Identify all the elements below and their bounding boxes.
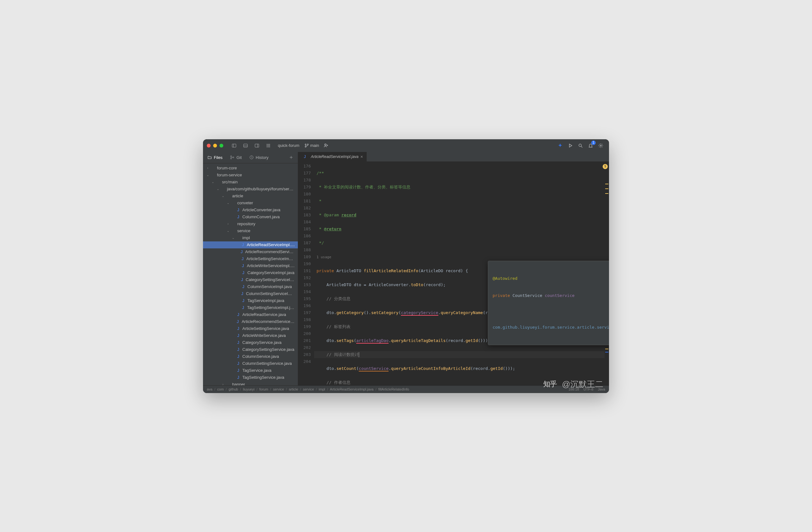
- breadcrumb-segment[interactable]: article: [289, 387, 298, 391]
- breadcrumb[interactable]: ava/com/github/liuyueyi/forum/service/ar…: [207, 387, 409, 391]
- folder-icon: [207, 155, 212, 160]
- tree-item-label: ArticleRecommendServiceImpl.java: [245, 249, 295, 254]
- file-tree-folder[interactable]: ⌄article: [203, 192, 298, 200]
- file-tree-folder[interactable]: ⌄impl: [203, 234, 298, 241]
- svg-point-7: [268, 144, 269, 145]
- file-tree-folder[interactable]: ⌄java/com/github/liuyueyi/forum/service: [203, 186, 298, 192]
- file-tree-folder[interactable]: ⌄service: [203, 228, 298, 234]
- tree-item-label: repository: [237, 221, 255, 226]
- file-tree-file[interactable]: JTagSettingServiceImpl.java: [203, 304, 298, 311]
- file-tree-file[interactable]: JArticleReadServiceImpl.java: [203, 241, 298, 248]
- ide-window: quick-forum main 1 Files: [203, 139, 609, 393]
- svg-point-21: [579, 144, 581, 146]
- file-tree-file[interactable]: JArticleRecommendService.java: [203, 318, 298, 325]
- code-editor[interactable]: 1761771781791801811821831841851861871881…: [298, 161, 609, 386]
- file-tree-file[interactable]: JColumnService.java: [203, 353, 298, 360]
- file-tree-file[interactable]: JColumnSettingServiceImpl.java: [203, 290, 298, 297]
- panel-right-icon[interactable]: [252, 141, 261, 150]
- file-tree-file[interactable]: JArticleSettingService.java: [203, 325, 298, 332]
- apps-icon[interactable]: [264, 141, 273, 150]
- java-file-icon: J: [235, 354, 241, 359]
- editor-area: J ArticleReadServiceImpl.java × 17617717…: [298, 152, 609, 386]
- file-tree-file[interactable]: JCategoryService.java: [203, 339, 298, 346]
- tab-history[interactable]: History: [247, 154, 270, 161]
- tab-git-label: Git: [236, 155, 242, 160]
- run-icon[interactable]: [566, 141, 575, 150]
- file-tree-folder[interactable]: ⌄conveter: [203, 200, 298, 206]
- file-language[interactable]: Java: [598, 387, 605, 391]
- file-tree-file[interactable]: JArticleWriteService.java: [203, 332, 298, 339]
- tab-git[interactable]: Git: [228, 154, 244, 161]
- tree-item-label: ArticleConverter.java: [242, 207, 280, 212]
- java-file-icon: J: [302, 155, 308, 159]
- tree-item-label: ColumnSettingServiceImpl.java: [246, 291, 295, 296]
- breadcrumb-segment[interactable]: liuyueyi: [243, 387, 255, 391]
- git-branch[interactable]: main: [304, 143, 319, 148]
- tree-item-label: ColumnServiceImpl.java: [247, 284, 292, 289]
- settings-icon[interactable]: [596, 141, 605, 150]
- file-tree-file[interactable]: JArticleConverter.java: [203, 206, 298, 214]
- line-gutter: 1761771781791801811821831841851861871881…: [298, 161, 314, 386]
- file-tree-file[interactable]: JTagSettingService.java: [203, 374, 298, 381]
- file-tree-folder[interactable]: ⌄src/main: [203, 178, 298, 186]
- file-tree-file[interactable]: JColumnSettingService.java: [203, 360, 298, 367]
- panel-left-icon[interactable]: [230, 141, 238, 150]
- panel-bottom-icon[interactable]: [241, 141, 250, 150]
- file-tree[interactable]: ›forum-core⌄forum-service⌄src/main⌄java/…: [203, 163, 298, 386]
- add-tab-button[interactable]: [287, 154, 295, 161]
- chevron-icon: ›: [221, 383, 225, 386]
- file-tree-file[interactable]: JArticleRecommendServiceImpl.java: [203, 248, 298, 255]
- breadcrumb-segment[interactable]: forum: [259, 387, 268, 391]
- add-user-icon[interactable]: [322, 141, 331, 150]
- code-content[interactable]: /** * 补全文章的阅读计数、作者、分类、标签等信息 * * @param r…: [314, 161, 609, 386]
- file-encoding[interactable]: UTF-8: [584, 387, 593, 391]
- breadcrumb-segment[interactable]: service: [303, 387, 314, 391]
- java-file-icon: J: [241, 284, 246, 289]
- chevron-icon: ⌄: [231, 236, 235, 240]
- file-tree-folder[interactable]: ›repository: [203, 220, 298, 228]
- breadcrumb-segment[interactable]: ava: [207, 387, 213, 391]
- warning-count-badge[interactable]: 9: [603, 164, 608, 169]
- chevron-icon: ⌄: [216, 187, 220, 191]
- file-tree-file[interactable]: JArticleReadService.java: [203, 311, 298, 318]
- tab-files[interactable]: Files: [205, 154, 224, 161]
- file-tree-folder[interactable]: ›forum-core: [203, 164, 298, 172]
- ai-icon[interactable]: [556, 141, 565, 150]
- maximize-window-button[interactable]: [219, 144, 223, 147]
- file-tree-folder[interactable]: ⌄forum-service: [203, 172, 298, 178]
- tree-item-label: TagSettingService.java: [242, 375, 284, 380]
- file-tree-file[interactable]: JColumnServiceImpl.java: [203, 283, 298, 290]
- minimize-window-button[interactable]: [213, 144, 217, 147]
- breadcrumb-segment[interactable]: service: [273, 387, 284, 391]
- breadcrumb-segment[interactable]: com: [217, 387, 224, 391]
- java-file-icon: J: [235, 340, 241, 345]
- close-tab-icon[interactable]: ×: [360, 154, 363, 159]
- file-tree-file[interactable]: JCategoryServiceImpl.java: [203, 269, 298, 276]
- close-window-button[interactable]: [207, 144, 211, 147]
- file-tree-file[interactable]: JCategorySettingService.java: [203, 346, 298, 353]
- file-tree-folder[interactable]: ›banner: [203, 381, 298, 386]
- tree-item-label: conveter: [237, 201, 253, 205]
- search-icon[interactable]: [576, 141, 585, 150]
- breadcrumb-segment[interactable]: impl: [319, 387, 325, 391]
- notifications-icon[interactable]: 1: [586, 141, 595, 150]
- tree-item-label: TagSettingServiceImpl.java: [247, 305, 295, 310]
- file-tree-file[interactable]: JTagService.java: [203, 367, 298, 374]
- project-name[interactable]: quick-forum: [278, 143, 300, 148]
- window-controls: [207, 144, 223, 147]
- breadcrumb-segment[interactable]: github: [229, 387, 238, 391]
- tree-item-label: java/com/github/liuyueyi/forum/service: [227, 187, 295, 191]
- file-tab-active[interactable]: J ArticleReadServiceImpl.java ×: [298, 152, 367, 161]
- file-tree-file[interactable]: JColumnConvert.java: [203, 214, 298, 220]
- chevron-icon: ⌄: [221, 194, 225, 198]
- tree-item-label: forum-core: [217, 166, 237, 170]
- svg-point-23: [600, 145, 601, 146]
- file-tree-file[interactable]: JArticleWriteServiceImpl.java: [203, 262, 298, 269]
- file-tree-file[interactable]: JCategorySettingServiceImpl.java: [203, 276, 298, 283]
- cursor-position[interactable]: 188:18: [568, 387, 579, 391]
- file-tree-file[interactable]: JTagServiceImpl.java: [203, 297, 298, 304]
- breadcrumb-segment[interactable]: fillArticleRelatedInfo: [378, 387, 409, 391]
- java-file-icon: J: [241, 270, 246, 275]
- breadcrumb-segment[interactable]: ArticleReadServiceImpl.java: [330, 387, 374, 391]
- file-tree-file[interactable]: JArticleSettingServiceImpl.java: [203, 255, 298, 262]
